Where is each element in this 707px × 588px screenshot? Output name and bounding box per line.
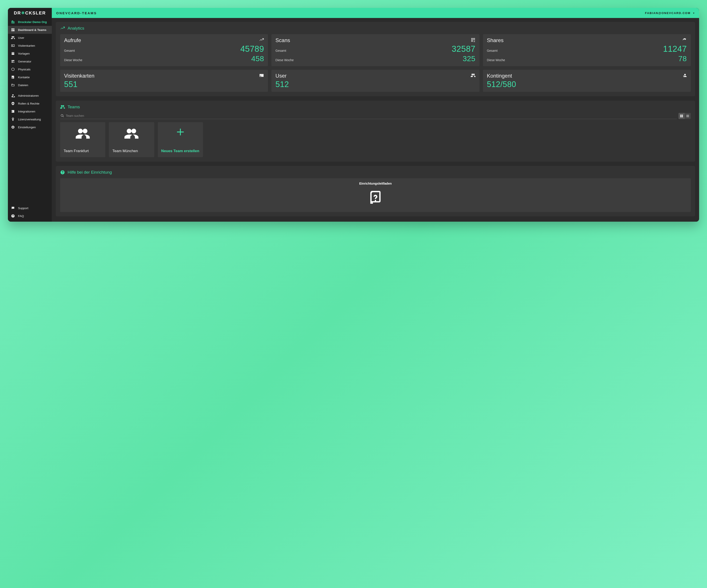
teams-panel: Teams bbox=[56, 101, 695, 161]
stat-views[interactable]: Aufrufe Gesamt 45789 Diese Woche 458 bbox=[60, 34, 268, 66]
team-card[interactable]: Team München bbox=[109, 122, 154, 157]
sidebar-item-integrations[interactable]: Integrationen bbox=[8, 107, 52, 115]
stat-week-label: Diese Woche bbox=[64, 58, 82, 62]
folder-icon bbox=[11, 83, 15, 87]
brand-logo: DR✲CKSLER bbox=[8, 8, 52, 18]
stat-week-label: Diese Woche bbox=[275, 58, 294, 62]
stat-value: 512/580 bbox=[487, 80, 687, 88]
sidebar-item-label: User bbox=[18, 36, 24, 39]
topbar: ONEVCARD-TEAMS FABIAN@ONEVCARD.COM ▾ bbox=[52, 8, 699, 18]
sidebar-item-label: Dateien bbox=[18, 83, 28, 87]
building-icon bbox=[11, 20, 15, 24]
team-name: Team Frankfurt bbox=[64, 149, 102, 153]
sidebar-item-templates[interactable]: Vorlagen bbox=[8, 49, 52, 58]
sidebar-item-admins[interactable]: Administratoren bbox=[8, 91, 52, 100]
trend-icon bbox=[259, 37, 264, 43]
chat-icon bbox=[11, 206, 15, 210]
sidebar-item-settings[interactable]: Einstellungen bbox=[8, 123, 52, 131]
content: Analytics Aufrufe Gesamt 45789 Die bbox=[52, 18, 699, 222]
sidebar-item-support[interactable]: Support bbox=[8, 204, 52, 212]
sidebar-item-label: Einstellungen bbox=[18, 125, 36, 129]
stat-contingent[interactable]: Kontingent 512/580 bbox=[483, 70, 691, 92]
stat-title: Scans bbox=[275, 37, 290, 43]
guide-icon bbox=[368, 190, 383, 205]
org-name: Drocksler Demo Org bbox=[18, 21, 47, 24]
sidebar-item-faq[interactable]: FAQ bbox=[8, 212, 52, 220]
sidebar-item-physicals[interactable]: Physicals bbox=[8, 65, 52, 73]
grid-icon bbox=[680, 114, 683, 118]
sidebar-item-roles[interactable]: Rollen & Rechte bbox=[8, 100, 52, 107]
sidebar-item-generator[interactable]: Generator bbox=[8, 58, 52, 65]
sidebar-item-dashboard[interactable]: Dashboard & Teams bbox=[8, 26, 52, 34]
stat-total-label: Gesamt bbox=[64, 49, 75, 52]
users-icon bbox=[471, 73, 475, 79]
stat-value: 512 bbox=[275, 80, 475, 88]
main-area: ONEVCARD-TEAMS FABIAN@ONEVCARD.COM ▾ Ana… bbox=[52, 8, 699, 222]
org-selector[interactable]: Drocksler Demo Org bbox=[8, 18, 52, 26]
sidebar-item-label: Rollen & Rechte bbox=[18, 102, 39, 105]
shield-icon bbox=[11, 102, 15, 105]
stat-users[interactable]: User 512 bbox=[271, 70, 479, 92]
user-menu[interactable]: FABIAN@ONEVCARD.COM ▾ bbox=[645, 11, 695, 15]
idcard-icon bbox=[259, 73, 264, 79]
view-toggle bbox=[678, 113, 691, 119]
stat-week-value: 325 bbox=[463, 55, 475, 63]
sidebar-item-label: Lizenzverwaltung bbox=[18, 118, 41, 121]
sidebar-item-contacts[interactable]: Kontakte bbox=[8, 73, 52, 81]
stat-total-label: Gesamt bbox=[275, 49, 286, 52]
stat-title: Shares bbox=[487, 37, 504, 43]
stat-value: 551 bbox=[64, 80, 264, 88]
sidebar-item-label: Dashboard & Teams bbox=[18, 28, 46, 32]
user-add-icon bbox=[682, 73, 687, 79]
view-grid-button[interactable] bbox=[678, 113, 685, 119]
users-icon bbox=[11, 36, 15, 40]
qr-icon bbox=[471, 37, 475, 43]
sidebar-item-label: Administratoren bbox=[18, 94, 39, 97]
stat-shares[interactable]: Shares Gesamt 11247 Diese Woche 78 bbox=[483, 34, 691, 66]
stat-cards[interactable]: Visitenkarten 551 bbox=[60, 70, 268, 92]
stat-title: User bbox=[275, 73, 287, 79]
team-card[interactable]: Team Frankfurt bbox=[60, 122, 105, 157]
sidebar-item-label: Visitenkarten bbox=[18, 44, 35, 47]
search-icon bbox=[61, 114, 64, 117]
gear-icon: ✲ bbox=[21, 10, 25, 15]
sidebar-bottom: Support FAQ bbox=[8, 204, 52, 222]
brand-logo-right: CKSLER bbox=[25, 10, 46, 15]
users-icon bbox=[123, 127, 140, 142]
contact-icon bbox=[11, 75, 15, 79]
sidebar-item-label: Generator bbox=[18, 60, 31, 63]
sidebar-item-license[interactable]: Lizenzverwaltung bbox=[8, 115, 52, 123]
brand-logo-left: DR bbox=[14, 10, 21, 15]
gear-icon bbox=[11, 125, 15, 129]
help-title: Hilfe bei der Einrichtung bbox=[60, 170, 691, 175]
stat-total-value: 32587 bbox=[451, 45, 475, 53]
stat-total-value: 45789 bbox=[240, 45, 264, 53]
dashboard-icon bbox=[11, 28, 15, 32]
team-search-input[interactable] bbox=[66, 114, 676, 117]
stat-total-value: 11247 bbox=[663, 45, 687, 53]
sidebar: DR✲CKSLER Drocksler Demo Org Dashboard &… bbox=[8, 8, 52, 222]
nav-separator bbox=[8, 89, 52, 91]
sidebar-item-label: FAQ bbox=[18, 214, 24, 218]
user-email: FABIAN@ONEVCARD.COM bbox=[645, 11, 691, 15]
users-icon bbox=[74, 127, 91, 142]
help-icon bbox=[60, 170, 65, 175]
sidebar-item-user[interactable]: User bbox=[8, 34, 52, 42]
sidebar-item-cards[interactable]: Visitenkarten bbox=[8, 42, 52, 49]
box-icon bbox=[11, 67, 15, 71]
analytics-title: Analytics bbox=[60, 26, 691, 31]
guide-title: Einrichtungsleitfaden bbox=[359, 182, 392, 185]
view-list-button[interactable] bbox=[685, 113, 691, 119]
team-search[interactable] bbox=[60, 113, 677, 119]
teams-toolbar bbox=[60, 113, 691, 119]
stat-title: Aufrufe bbox=[64, 37, 81, 43]
app-window: DR✲CKSLER Drocksler Demo Org Dashboard &… bbox=[8, 8, 699, 222]
setup-guide-card[interactable]: Einrichtungsleitfaden bbox=[60, 178, 691, 212]
new-team-label: Neues Team erstellen bbox=[161, 149, 199, 153]
teams-title: Teams bbox=[60, 105, 691, 109]
stat-scans[interactable]: Scans Gesamt 32587 Diese Woche 325 bbox=[271, 34, 479, 66]
new-team-card[interactable]: Neues Team erstellen bbox=[158, 122, 203, 157]
stat-title: Kontingent bbox=[487, 73, 512, 79]
sidebar-item-files[interactable]: Dateien bbox=[8, 81, 52, 89]
stat-week-value: 458 bbox=[251, 55, 264, 63]
